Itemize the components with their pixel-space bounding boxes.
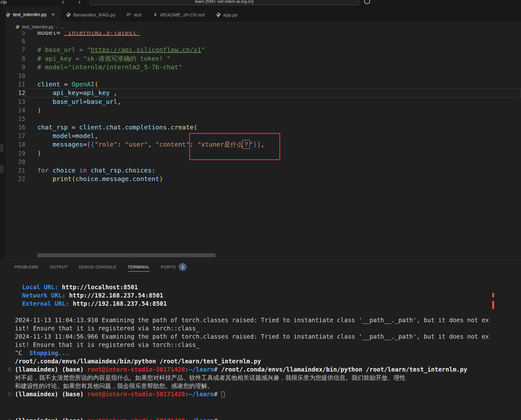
code-line[interactable]: 12 api_key=api_key ,	[6, 89, 521, 97]
panel-tab-debug-console[interactable]: DEBUG CONSOLE	[79, 260, 116, 274]
line-number[interactable]: 13	[6, 97, 25, 106]
code-line[interactable]: 14)	[6, 106, 521, 115]
code-line[interactable]: 6	[6, 37, 521, 46]
line-number[interactable]: 16	[6, 123, 25, 132]
code-line-content[interactable]: # model="internlm/internlm2_5-7b-chat"	[25, 63, 521, 72]
line-number[interactable]: 8	[6, 54, 25, 63]
code-line-content[interactable]: model= "internlm2.5-latest"	[25, 32, 521, 37]
line-number[interactable]: 14	[6, 106, 25, 115]
line-number[interactable]: 11	[6, 80, 25, 89]
terminal-line: (llamaindex) (base) root@intern-studio-5…	[0, 417, 521, 420]
breadcrumb[interactable]: test_internlm.py › …	[6, 22, 515, 32]
terminal-line: 和建设性的讨论。如果您有其他问题，我会很乐意帮助您。感谢您的理解。	[0, 382, 521, 390]
tab-README_zh-CN.md[interactable]: README_zh-CN.md	[147, 7, 210, 22]
code-line[interactable]: 18 messages=[{"role": "user", "content":…	[6, 140, 521, 149]
terminal-line: 2024-11-13 11:04:56.966 Examining the pa…	[0, 332, 521, 341]
tab-llamaindex_RAG.py[interactable]: llamaindex_RAG.py	[60, 7, 121, 22]
cropped-icon-fragment	[0, 165, 3, 173]
code-line[interactable]: 22 print(choice.message.content)	[6, 175, 521, 183]
title-bar: cip ‹ › learn [SSH: ssh.intern-ai.org.cn…	[0, 0, 521, 7]
code-line-content[interactable]: # api_key = "sk-请填写准确的 token! "	[25, 54, 521, 63]
code-line[interactable]: 16chat_rsp = client.chat.completions.cre…	[6, 123, 521, 132]
vscode-window: { "colors": { "accent_blue": "#0078d4", …	[0, 0, 521, 420]
breadcrumb-more[interactable]: …	[60, 24, 65, 29]
line-number[interactable]: 21	[6, 166, 25, 175]
title-bar-cropped-text: cip	[1, 0, 7, 4]
command-center-search[interactable]: learn [SSH: ssh.intern-ai.org.cn]	[90, 0, 359, 5]
line-number[interactable]: 12	[6, 89, 25, 97]
line-number[interactable]: 7	[6, 46, 25, 54]
panel-tab-terminal[interactable]: TERMINAL	[128, 260, 150, 274]
code-line-content[interactable]: client = OpenAI(	[25, 80, 521, 89]
code-line[interactable]: 5model= "internlm2.5-latest"	[6, 32, 521, 37]
code-line[interactable]: 19)	[6, 149, 521, 158]
code-line[interactable]: 20	[6, 158, 521, 166]
panel-tab-bar: PROBLEMSOUTPUTDEBUG CONSOLETERMINALPORTS…	[0, 260, 521, 274]
code-line[interactable]: 8# api_key = "sk-请填写准确的 token! "	[6, 54, 521, 63]
code-line-content[interactable]	[25, 37, 521, 46]
panel-tab-problems[interactable]: PROBLEMS	[15, 260, 38, 274]
code-line[interactable]: 10	[6, 72, 521, 80]
line-number[interactable]: 10	[6, 72, 25, 80]
code-line[interactable]: 17 model=model,	[6, 132, 521, 140]
code-line-content[interactable]	[25, 158, 521, 166]
code-line[interactable]: 7# base_url = "https://api.siliconflow.c…	[6, 46, 521, 54]
line-number[interactable]: 22	[6, 175, 25, 183]
code-line-content[interactable]	[25, 72, 521, 80]
tab-test_internlm.py[interactable]: test_internlm.py×	[0, 7, 60, 22]
horizontal-scrollbar[interactable]	[37, 253, 215, 257]
tab-test[interactable]: test	[121, 7, 147, 22]
code-line-content[interactable]: model=model,	[25, 132, 521, 140]
markdown-icon	[153, 12, 158, 17]
line-number[interactable]: 5	[6, 32, 25, 37]
code-line-content[interactable]: api_key=api_key ,	[25, 89, 521, 97]
close-icon[interactable]: ×	[52, 12, 55, 17]
terminal-line: ^C Stopping...	[0, 349, 521, 357]
line-number[interactable]: 15	[6, 115, 25, 123]
code-line-content[interactable]: )	[25, 106, 521, 115]
line-number[interactable]: 6	[6, 37, 25, 46]
code-editor[interactable]: 5model= "internlm2.5-latest"67# base_url…	[6, 32, 521, 260]
code-line[interactable]: 9# model="internlm/internlm2_5-7b-chat"	[6, 63, 521, 72]
code-line-content[interactable]: print(choice.message.content)	[25, 175, 521, 183]
command-center-label: learn [SSH: ssh.intern-ai.org.cn]	[195, 0, 253, 4]
code-line[interactable]: 11client = OpenAI(	[6, 80, 521, 89]
nav-forward-icon[interactable]: ›	[78, 0, 81, 5]
tab-label: test_internlm.py	[13, 12, 47, 17]
code-line[interactable]: 21for choice in chat_rsp.choices:	[6, 166, 521, 175]
terminal-cursor	[221, 392, 225, 398]
code-line-content[interactable]: messages=[{"role": "user", "content": "x…	[25, 140, 521, 149]
panel-tab-label: DEBUG CONSOLE	[79, 265, 116, 269]
code-line-content[interactable]: chat_rsp = client.chat.completions.creat…	[25, 123, 521, 132]
nav-back-icon[interactable]: ‹	[62, 0, 64, 5]
python-file-icon	[15, 24, 20, 30]
code-line-content[interactable]: for choice in chat_rsp.choices:	[25, 166, 521, 175]
code-line-content[interactable]: )	[25, 149, 521, 158]
panel-tab-label: OUTPUT	[50, 265, 67, 269]
line-number[interactable]: 18	[6, 140, 25, 149]
account-icon[interactable]	[364, 0, 370, 4]
terminal-line: (llamaindex) (base) root@intern-studio-5…	[0, 365, 521, 373]
command-decoration-icon[interactable]	[8, 392, 11, 396]
tab-label: README_zh-CN.md	[160, 12, 205, 17]
code-line[interactable]: 15	[6, 115, 521, 123]
code-line-content[interactable]: # base_url = "https://api.siliconflow.cn…	[25, 46, 521, 54]
tab-app.py[interactable]: app.py	[210, 7, 243, 22]
code-line-content[interactable]	[25, 115, 521, 123]
code-line-content[interactable]: base_url=base_url,	[25, 97, 521, 106]
line-number[interactable]: 19	[6, 149, 25, 158]
code-pane[interactable]: 5model= "internlm2.5-latest"67# base_url…	[6, 32, 521, 183]
terminal-line: 2024-11-13 11:04:13.910 Examining the pa…	[0, 316, 521, 324]
panel-tab-output[interactable]: OUTPUT	[50, 260, 67, 274]
scrollbar-error-mark	[492, 293, 494, 297]
terminal-output[interactable]: Local URL: http://localhost:8501 Network…	[0, 283, 521, 398]
command-decoration-icon[interactable]	[8, 368, 11, 371]
panel-tab-ports[interactable]: PORTS1	[161, 260, 187, 274]
code-line[interactable]: 13 base_url=base_url,	[6, 97, 521, 106]
line-number[interactable]: 17	[6, 132, 25, 140]
line-number[interactable]: 9	[6, 63, 25, 72]
cropped-icon-fragment	[0, 144, 3, 152]
terminal-partial-line: (llamaindex) (base) root@intern-studio-5…	[0, 417, 521, 420]
line-number[interactable]: 20	[6, 158, 25, 166]
breadcrumb-file[interactable]: test_internlm.py	[22, 24, 53, 29]
